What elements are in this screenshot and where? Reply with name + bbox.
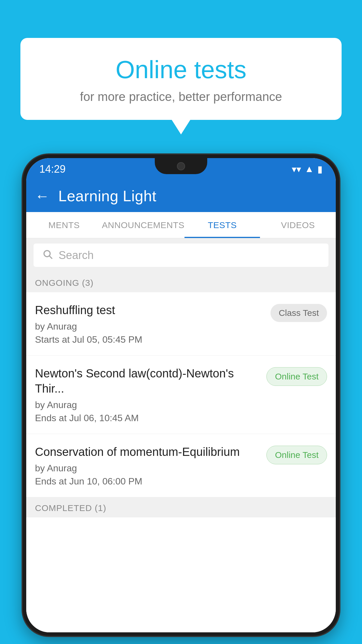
tabs-bar: MENTS ANNOUNCEMENTS TESTS VIDEOS	[26, 212, 336, 238]
phone-camera	[177, 162, 185, 170]
search-bar[interactable]: Search	[34, 244, 328, 267]
test-time-1: Starts at Jul 05, 05:45 PM	[35, 334, 265, 345]
phone-notch	[155, 158, 207, 174]
search-container: Search	[26, 238, 336, 272]
bubble-subtitle: for more practice, better performance	[35, 90, 327, 104]
test-item-1[interactable]: Reshuffling test by Anurag Starts at Jul…	[26, 292, 336, 356]
test-item-2[interactable]: Newton's Second law(contd)-Newton's Thir…	[26, 356, 336, 434]
tab-tests[interactable]: TESTS	[184, 212, 260, 238]
test-author-3: by Anurag	[35, 463, 261, 474]
status-icons: ▾▾ ▲ ▮	[292, 164, 323, 175]
signal-icon: ▲	[305, 164, 314, 174]
app-bar: ← Learning Light	[26, 180, 336, 212]
tests-list: Reshuffling test by Anurag Starts at Jul…	[26, 292, 336, 632]
app-bar-title: Learning Light	[58, 187, 157, 205]
test-item-3[interactable]: Conservation of momentum-Equilibrium by …	[26, 434, 336, 497]
phone-wrapper: 14:29 ▾▾ ▲ ▮ ← Learning Light MENTS ANNO…	[23, 155, 339, 644]
phone-frame: 14:29 ▾▾ ▲ ▮ ← Learning Light MENTS ANNO…	[23, 155, 339, 636]
wifi-icon: ▾▾	[292, 164, 301, 175]
test-name-1: Reshuffling test	[35, 302, 265, 318]
search-icon	[42, 249, 53, 262]
status-time: 14:29	[39, 163, 66, 175]
test-author-1: by Anurag	[35, 321, 265, 332]
test-badge-1: Class Test	[270, 304, 327, 322]
battery-icon: ▮	[317, 164, 323, 175]
test-badge-3: Online Test	[266, 446, 327, 464]
completed-section-header: COMPLETED (1)	[26, 497, 336, 517]
speech-bubble: Online tests for more practice, better p…	[20, 38, 342, 120]
test-author-2: by Anurag	[35, 400, 261, 410]
test-name-3: Conservation of momentum-Equilibrium	[35, 444, 261, 459]
ongoing-section-header: ONGOING (3)	[26, 272, 336, 292]
back-button[interactable]: ←	[35, 188, 50, 204]
test-badge-2: Online Test	[266, 367, 327, 386]
tab-ments[interactable]: MENTS	[26, 212, 102, 238]
test-info-2: Newton's Second law(contd)-Newton's Thir…	[35, 366, 261, 424]
test-time-2: Ends at Jul 06, 10:45 AM	[35, 413, 261, 424]
svg-line-1	[50, 256, 52, 258]
tab-announcements[interactable]: ANNOUNCEMENTS	[102, 212, 184, 238]
test-time-3: Ends at Jun 10, 06:00 PM	[35, 476, 261, 487]
test-info-3: Conservation of momentum-Equilibrium by …	[35, 444, 261, 487]
test-info-1: Reshuffling test by Anurag Starts at Jul…	[35, 302, 265, 345]
bubble-title: Online tests	[35, 55, 327, 84]
tab-videos[interactable]: VIDEOS	[260, 212, 336, 238]
test-name-2: Newton's Second law(contd)-Newton's Thir…	[35, 366, 261, 396]
phone-screen: 14:29 ▾▾ ▲ ▮ ← Learning Light MENTS ANNO…	[26, 158, 336, 632]
search-input-placeholder: Search	[59, 249, 94, 262]
